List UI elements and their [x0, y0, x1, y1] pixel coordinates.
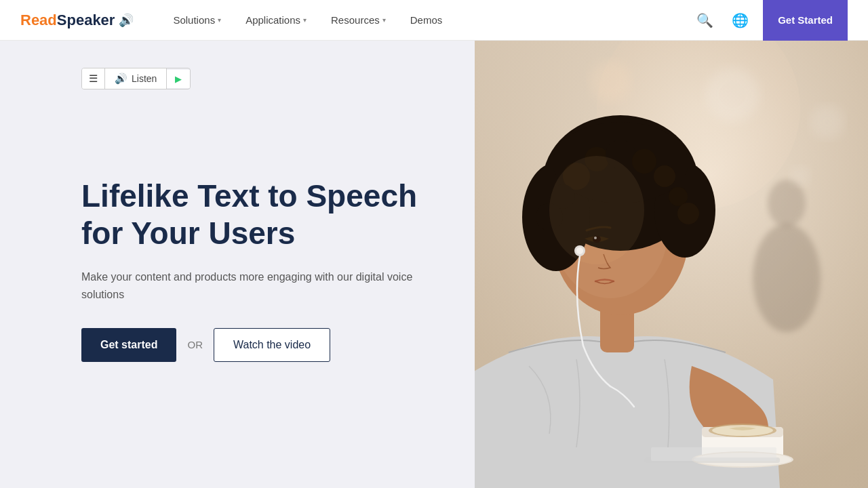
svg-point-1 — [753, 224, 821, 332]
get-started-nav-button[interactable]: Get Started — [763, 0, 848, 41]
chevron-down-icon-solutions: ▾ — [218, 16, 221, 24]
logo[interactable]: ReadSpeaker 🔊 — [20, 12, 134, 29]
hero-image — [475, 41, 868, 488]
nav-label-resources: Resources — [331, 14, 380, 26]
nav-item-applications[interactable]: Applications ▾ — [233, 0, 319, 41]
svg-point-30 — [677, 203, 699, 224]
nav-item-demos[interactable]: Demos — [398, 0, 455, 41]
svg-point-6 — [590, 61, 631, 102]
navbar: ReadSpeaker 🔊 Solutions ▾ Applications ▾… — [0, 0, 868, 41]
hero-background — [475, 41, 868, 488]
listen-menu-button[interactable]: ☰ — [82, 68, 105, 89]
listen-play-button[interactable]: ▶ — [167, 70, 190, 88]
hero-actions: Get started OR Watch the video — [81, 328, 434, 362]
svg-point-37 — [549, 156, 644, 264]
get-started-hero-button[interactable]: Get started — [81, 328, 176, 362]
svg-point-3 — [705, 68, 760, 122]
logo-read: Read — [20, 12, 57, 29]
search-icon: 🔍 — [696, 12, 713, 28]
chevron-down-icon-resources: ▾ — [382, 16, 386, 24]
hero-content: Lifelike Text to Speech for Your Users M… — [81, 178, 434, 362]
nav-item-solutions[interactable]: Solutions ▾ — [161, 0, 233, 41]
nav-right: 🔍 🌐 Get Started — [692, 0, 848, 41]
svg-rect-36 — [651, 447, 776, 461]
nav-item-resources[interactable]: Resources ▾ — [319, 0, 398, 41]
hero-section: ☰ 🔊 Listen ▶ Lifelike Text to Speech for… — [0, 41, 868, 488]
hero-left: ☰ 🔊 Listen ▶ Lifelike Text to Speech for… — [0, 41, 475, 488]
logo-speaker-icon: 🔊 — [119, 13, 134, 28]
listen-button[interactable]: 🔊 Listen — [105, 68, 167, 89]
play-icon: ▶ — [175, 74, 182, 84]
nav-links: Solutions ▾ Applications ▾ Resources ▾ D… — [161, 0, 692, 41]
svg-point-28 — [669, 187, 688, 206]
chevron-down-icon-applications: ▾ — [303, 16, 307, 24]
nav-label-applications: Applications — [245, 14, 300, 26]
hero-title-line1: Lifelike Text to Speech — [81, 178, 417, 214]
logo-speaker: Speaker — [57, 12, 115, 29]
nav-label-solutions: Solutions — [173, 14, 215, 26]
svg-point-5 — [790, 166, 810, 186]
listen-label: Listen — [132, 73, 157, 84]
search-button[interactable]: 🔍 — [692, 8, 717, 33]
svg-point-2 — [768, 180, 806, 227]
hero-title: Lifelike Text to Speech for Your Users — [81, 178, 434, 252]
watch-video-button[interactable]: Watch the video — [214, 328, 330, 362]
svg-point-4 — [810, 105, 844, 139]
language-button[interactable]: 🌐 — [728, 8, 752, 33]
nav-label-demos: Demos — [410, 14, 443, 26]
listen-speaker-icon: 🔊 — [115, 73, 127, 85]
or-label: OR — [187, 339, 203, 350]
hero-illustration — [475, 41, 868, 488]
hero-title-line2: for Your Users — [81, 216, 295, 251]
globe-icon: 🌐 — [732, 12, 749, 28]
svg-point-26 — [654, 165, 675, 187]
hamburger-icon: ☰ — [89, 73, 98, 85]
hero-subtitle: Make your content and products more enga… — [81, 268, 434, 303]
svg-point-25 — [632, 149, 656, 174]
listen-bar: ☰ 🔊 Listen ▶ — [81, 68, 191, 89]
